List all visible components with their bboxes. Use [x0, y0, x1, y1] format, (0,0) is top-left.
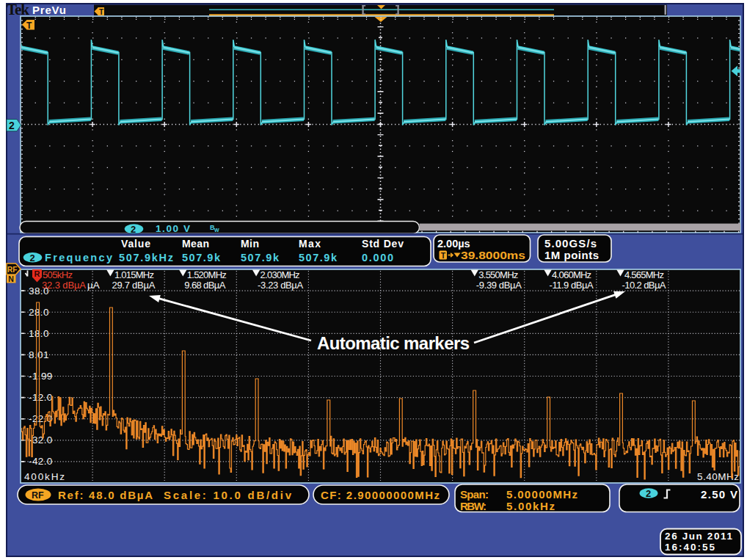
svg-text:CF: 2.90000000MHz: CF: 2.90000000MHz: [321, 489, 440, 501]
svg-text:µA: µA: [87, 280, 100, 291]
svg-text:Min: Min: [241, 238, 259, 250]
svg-text:-3.23 dBµA: -3.23 dBµA: [258, 280, 303, 291]
svg-text:2.50 V: 2.50 V: [701, 488, 737, 501]
svg-text:RF: RF: [7, 266, 17, 274]
svg-text:2.030MHz: 2.030MHz: [260, 269, 300, 280]
svg-text:4.060MHz: 4.060MHz: [552, 269, 591, 280]
svg-text:Mean: Mean: [182, 238, 209, 250]
svg-text:RF: RF: [32, 490, 44, 501]
svg-text:2.00µs: 2.00µs: [437, 238, 470, 250]
svg-text:Span:: Span:: [460, 488, 489, 501]
svg-text:Value: Value: [121, 238, 150, 250]
svg-text:1.00 V: 1.00 V: [156, 223, 191, 234]
svg-text:32.3 dBµA: 32.3 dBµA: [42, 280, 86, 291]
svg-text:Ref: 48.0 dBµA: Ref: 48.0 dBµA: [58, 489, 153, 501]
svg-text:29.7 dBµA: 29.7 dBµA: [112, 280, 155, 291]
svg-text:1.015MHz: 1.015MHz: [114, 269, 154, 280]
svg-text:5.00kHz: 5.00kHz: [506, 500, 555, 512]
svg-text:-9.39 dBµA: -9.39 dBµA: [476, 280, 522, 291]
svg-text:-42.0: -42.0: [29, 456, 53, 467]
svg-text:-10.2 dBµA: -10.2 dBµA: [622, 280, 666, 291]
svg-text:2: 2: [30, 252, 35, 263]
svg-text:RBW:: RBW:: [460, 500, 487, 512]
svg-text:Automatic markers: Automatic markers: [317, 333, 470, 353]
svg-text:2: 2: [9, 120, 15, 131]
svg-text:2: 2: [646, 488, 651, 499]
svg-text:3.550MHz: 3.550MHz: [478, 269, 518, 280]
svg-text:-11.9 dBµA: -11.9 dBµA: [550, 280, 594, 291]
svg-text:507.9kHz: 507.9kHz: [119, 252, 173, 263]
svg-text:507.9k: 507.9k: [241, 252, 280, 263]
svg-text:2: 2: [131, 224, 136, 235]
svg-text:Std Dev: Std Dev: [362, 238, 404, 250]
svg-text:4.565MHz: 4.565MHz: [624, 269, 664, 280]
svg-text:-1.99: -1.99: [29, 371, 53, 382]
svg-text:T: T: [99, 8, 103, 16]
svg-text:R: R: [34, 269, 40, 278]
svg-text:1.520MHz: 1.520MHz: [187, 269, 227, 280]
svg-text:-22.0: -22.0: [29, 413, 53, 424]
svg-text:T: T: [26, 21, 32, 31]
svg-text:16:40:55: 16:40:55: [665, 542, 715, 553]
svg-text:39.8000ms: 39.8000ms: [461, 249, 525, 261]
svg-text:505kHz: 505kHz: [43, 269, 73, 280]
svg-text:507.9k: 507.9k: [299, 252, 338, 263]
svg-text:PreVu: PreVu: [32, 4, 66, 16]
svg-text:507.9k: 507.9k: [182, 252, 221, 263]
svg-text:5.00GS/s: 5.00GS/s: [544, 237, 597, 250]
svg-text:1M points: 1M points: [544, 249, 599, 261]
svg-text:26 Jun 2011: 26 Jun 2011: [665, 531, 732, 542]
svg-text:9.68 dBµA: 9.68 dBµA: [184, 280, 225, 291]
svg-text:5.00000MHz: 5.00000MHz: [506, 488, 577, 501]
svg-text:W: W: [214, 228, 219, 233]
svg-text:N: N: [8, 274, 14, 283]
svg-text:0.000: 0.000: [362, 252, 393, 263]
svg-text:Max: Max: [299, 238, 321, 250]
svg-text:5.40MHz: 5.40MHz: [697, 471, 739, 482]
svg-text:-12.0: -12.0: [29, 392, 53, 403]
svg-text:Frequency: Frequency: [45, 252, 112, 263]
svg-text:T: T: [441, 251, 446, 260]
